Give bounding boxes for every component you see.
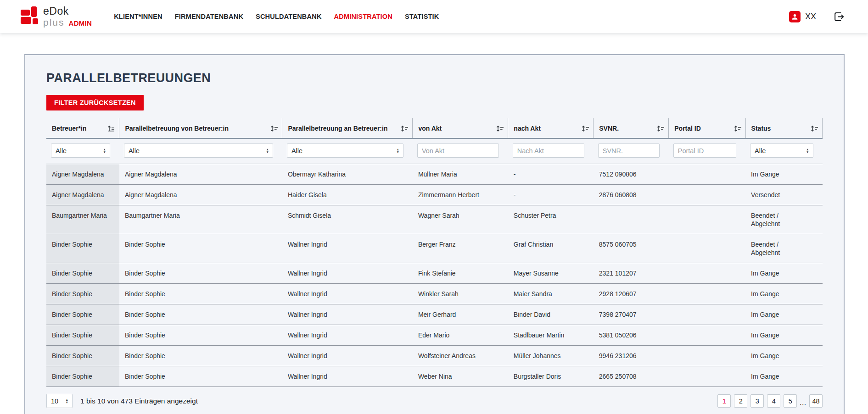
select-arrows-icon: ▲▼ <box>396 148 399 153</box>
table-cell <box>669 284 745 304</box>
table-cell: Mayer Susanne <box>508 263 594 284</box>
table-cell: 7512 090806 <box>594 164 669 185</box>
page-title: PARALLELBETREUUNGEN <box>46 71 823 85</box>
filter-status-select[interactable]: Alle ▲▼ <box>750 144 813 158</box>
nav-item-klientinnen[interactable]: KLIENT*INNEN <box>114 13 162 20</box>
table-cell: Binder Sophie <box>46 325 119 346</box>
page-button-2[interactable]: 2 <box>734 394 747 408</box>
table-cell: Im Gange <box>745 366 822 387</box>
filter-betreuer-select[interactable]: Alle ▲▼ <box>51 144 110 158</box>
table-cell: Eder Mario <box>413 325 508 346</box>
person-icon[interactable] <box>789 11 801 22</box>
sort-icon <box>657 125 665 132</box>
table-cell: Binder Sophie <box>46 263 119 284</box>
table-cell <box>594 205 669 234</box>
table-cell: Im Gange <box>745 304 822 325</box>
column-header-svnr[interactable]: SVNR. <box>594 118 669 138</box>
table-cell: Im Gange <box>745 325 822 346</box>
table-cell: Obermayr Katharina <box>282 164 413 185</box>
page-button-last[interactable]: 48 <box>809 394 823 408</box>
table-row[interactable]: Aigner MagdalenaAigner MagdalenaObermayr… <box>46 164 823 185</box>
nav-item-administration[interactable]: ADMINISTRATION <box>334 13 392 20</box>
column-header-status[interactable]: Status <box>745 118 822 138</box>
table-cell: Im Gange <box>745 164 822 185</box>
table-cell <box>669 185 745 205</box>
filter-reset-button[interactable]: FILTER ZURÜCKSETZEN <box>46 95 144 110</box>
table-cell: - <box>508 164 594 185</box>
column-header-von-akt[interactable]: von Akt <box>413 118 508 138</box>
table-cell: Winkler Sarah <box>413 284 508 304</box>
table-row[interactable]: Baumgartner MariaBaumgartner MariaSchmid… <box>46 205 823 234</box>
table-cell: Versendet <box>745 185 822 205</box>
table-cell: 7398 270407 <box>594 304 669 325</box>
table-cell: Binder Sophie <box>119 325 282 346</box>
page-button-5[interactable]: 5 <box>784 394 797 408</box>
logo-text-plus: plus <box>43 17 65 27</box>
table-cell <box>669 346 745 366</box>
table-row[interactable]: Aigner MagdalenaAigner MagdalenaHaider G… <box>46 185 823 205</box>
table-cell: Baumgartner Maria <box>119 205 282 234</box>
table-cell: Binder David <box>508 304 594 325</box>
parallelbetreuungen-table: Betreuer*in Parallelbetreuung von Betreu… <box>46 118 823 387</box>
column-header-nach-akt[interactable]: nach Akt <box>508 118 594 138</box>
table-cell: Meir Gerhard <box>413 304 508 325</box>
filter-portal-id-input[interactable] <box>673 144 736 158</box>
table-row[interactable]: Binder SophieBinder SophieWallner Ingrid… <box>46 263 823 284</box>
logout-icon[interactable] <box>833 11 845 23</box>
table-cell: Aigner Magdalena <box>46 185 119 205</box>
table-row[interactable]: Binder SophieBinder SophieWallner Ingrid… <box>46 284 823 304</box>
sort-icon <box>496 125 504 132</box>
table-cell: Zimmermann Herbert <box>413 185 508 205</box>
table-row[interactable]: Binder SophieBinder SophieWallner Ingrid… <box>46 325 823 346</box>
table-cell: 8575 060705 <box>594 234 669 263</box>
page-button-4[interactable]: 4 <box>767 394 780 408</box>
table-cell: Haider Gisela <box>282 185 413 205</box>
nav-item-schuldatenbank[interactable]: SCHULDATENBANK <box>256 13 322 20</box>
page-ellipsis: ... <box>800 399 806 408</box>
table-cell: Wallner Ingrid <box>282 304 413 325</box>
filter-nach-akt-input[interactable] <box>513 144 584 158</box>
table-row[interactable]: Binder SophieBinder SophieWallner Ingrid… <box>46 346 823 366</box>
table-cell: Burgstaller Doris <box>508 366 594 387</box>
nav-item-firmendatenbank[interactable]: FIRMENDATENBANK <box>175 13 243 20</box>
filter-svnr-input[interactable] <box>598 144 660 158</box>
table-cell <box>669 325 745 346</box>
table-cell: Binder Sophie <box>46 234 119 263</box>
topbar: eDok plus ADMIN KLIENT*INNEN FIRMENDATEN… <box>0 0 868 33</box>
user-initials[interactable]: XX <box>805 12 816 22</box>
table-row[interactable]: Binder SophieBinder SophieWallner Ingrid… <box>46 234 823 263</box>
column-header-portal-id[interactable]: Portal ID <box>669 118 745 138</box>
filter-von-akt-input[interactable] <box>417 144 499 158</box>
filter-von-betreuer-select[interactable]: Alle ▲▼ <box>124 144 273 158</box>
sort-icon <box>811 125 818 132</box>
table-row[interactable]: Binder SophieBinder SophieWallner Ingrid… <box>46 366 823 387</box>
page-button-1[interactable]: 1 <box>717 394 731 408</box>
table-cell: 2876 060808 <box>594 185 669 205</box>
table-row[interactable]: Binder SophieBinder SophieWallner Ingrid… <box>46 304 823 325</box>
table-cell: Schmidt Gisela <box>282 205 413 234</box>
select-arrows-icon: ▲▼ <box>103 148 106 153</box>
page-button-3[interactable]: 3 <box>750 394 764 408</box>
sort-icon <box>401 125 409 132</box>
filter-an-betreuer-select[interactable]: Alle ▲▼ <box>287 144 403 158</box>
table-cell: Beendet / Abgelehnt <box>745 205 822 234</box>
table-cell: Müller Johannes <box>508 346 594 366</box>
page-size-select[interactable]: 10 ▲▼ <box>46 394 73 408</box>
table-footer: 10 ▲▼ 1 bis 10 von 473 Einträgen angezei… <box>46 387 823 414</box>
table-cell: Beendet / Abgelehnt <box>745 234 822 263</box>
table-cell: Binder Sophie <box>119 234 282 263</box>
table-cell: 2928 120607 <box>594 284 669 304</box>
header-row: Betreuer*in Parallelbetreuung von Betreu… <box>46 118 823 138</box>
column-header-betreuer[interactable]: Betreuer*in <box>46 118 119 138</box>
select-arrows-icon: ▲▼ <box>806 148 809 153</box>
logo-admin-badge: ADMIN <box>69 20 92 27</box>
table-cell: 2321 101207 <box>594 263 669 284</box>
table-cell: 5381 050206 <box>594 325 669 346</box>
column-header-parallelbetreuung-an[interactable]: Parallelbetreuung an Betreuer:in <box>282 118 413 138</box>
table-cell: Wallner Ingrid <box>282 234 413 263</box>
app-logo[interactable]: eDok plus ADMIN <box>21 6 92 27</box>
column-header-parallelbetreuung-von[interactable]: Parallelbetreuung von Betreuer:in <box>119 118 282 138</box>
table-cell: 9946 231206 <box>594 346 669 366</box>
table-cell: Binder Sophie <box>119 346 282 366</box>
nav-item-statistik[interactable]: STATISTIK <box>405 13 439 20</box>
